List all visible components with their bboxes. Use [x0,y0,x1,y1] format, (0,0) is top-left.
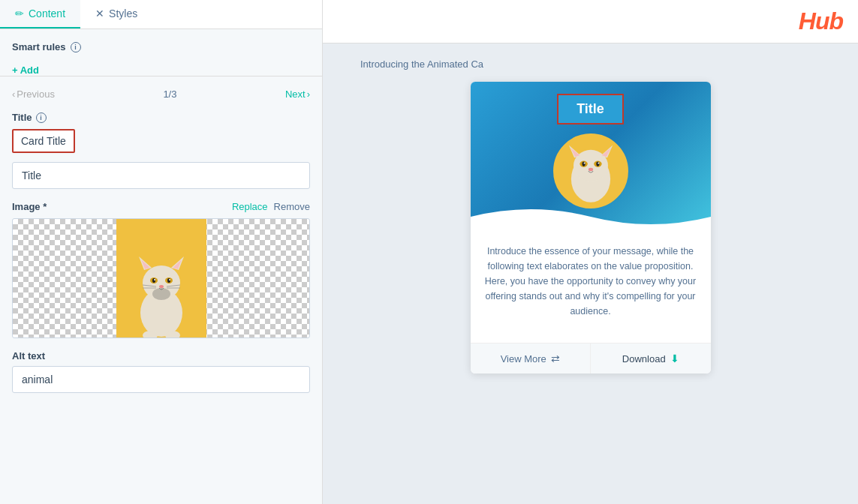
card-body: Introduce the essence of your message, w… [471,232,711,343]
divider-1 [0,76,322,76]
view-more-button[interactable]: View More ⇄ [471,344,592,374]
right-header: Hub [323,0,858,44]
title-label: Title [12,112,32,123]
title-input[interactable] [12,162,310,189]
title-info-icon[interactable]: i [36,112,47,123]
info-icon[interactable]: i [71,42,81,52]
image-section-header: Image * Replace Remove [12,201,310,212]
svg-point-29 [596,161,599,166]
svg-point-28 [582,161,585,166]
panel-body: Smart rules i + Add ‹ Previous 1/3 Next … [0,29,322,504]
svg-point-10 [154,279,155,280]
card-wave [471,202,711,232]
card-preview-title: Title [557,94,624,124]
svg-point-11 [169,279,170,280]
download-button[interactable]: Download ⬇ [591,344,711,374]
svg-point-31 [598,163,599,164]
preview-subtitle: Introducing the Animated Ca [360,58,483,70]
add-label: + Add [12,64,39,76]
title-section-header: Title i [12,112,310,123]
image-section: Image * Replace Remove [12,201,310,338]
card-top: Title [471,82,711,232]
alt-text-label: Alt text [12,350,310,362]
card-cat-svg [555,135,626,207]
alt-text-section: Alt text [12,350,310,393]
pencil-icon: ✏ [15,8,24,20]
tab-content-label: Content [29,8,65,20]
remove-button[interactable]: Remove [274,201,310,212]
nav-counter: 1/3 [163,88,176,100]
download-icon: ⬇ [670,352,679,364]
svg-point-30 [583,163,585,164]
next-button[interactable]: Next › [285,88,310,100]
prev-button[interactable]: ‹ Previous [12,88,55,100]
tab-styles[interactable]: ✕ Styles [80,0,152,28]
image-actions: Replace Remove [232,201,310,212]
next-label: Next [285,88,306,100]
add-button[interactable]: + Add [12,64,39,76]
card-avatar [553,134,628,208]
card-actions: View More ⇄ Download ⬇ [471,343,711,374]
prev-label: Previous [17,88,55,100]
right-panel: Hub Introducing the Animated Ca Title [323,0,858,504]
svg-point-12 [159,285,164,288]
tab-styles-label: Styles [109,8,137,20]
svg-point-19 [152,288,170,300]
tabs-bar: ✏ Content ✕ Styles [0,0,322,29]
svg-marker-25 [601,148,611,158]
image-label: Image * [12,201,47,212]
replace-button[interactable]: Replace [232,201,268,212]
tab-content[interactable]: ✏ Content [0,0,80,28]
x-icon: ✕ [95,8,104,20]
card-preview: Title [471,82,711,374]
nav-row: ‹ Previous 1/3 Next › [12,88,310,100]
cat-image-container [116,219,206,338]
card-title-selected[interactable]: Card Title [12,129,75,153]
download-label: Download [622,353,666,364]
svg-marker-24 [570,148,580,158]
svg-point-8 [152,278,155,283]
view-more-label: View More [501,353,546,364]
smart-rules-row: Smart rules i [12,41,310,52]
alt-text-input[interactable] [12,366,310,393]
card-description: Introduce the essence of your message, w… [483,244,699,319]
image-preview-area [12,218,310,338]
left-panel: ✏ Content ✕ Styles Smart rules i + Add ‹… [0,0,323,504]
svg-point-32 [588,168,592,171]
arrows-icon: ⇄ [551,352,560,364]
cat-image-svg [128,242,195,338]
preview-area: Introducing the Animated Ca Title [323,44,858,504]
smart-rules-label: Smart rules [12,41,66,52]
hub-logo: Hub [799,8,843,35]
svg-point-9 [167,278,170,283]
